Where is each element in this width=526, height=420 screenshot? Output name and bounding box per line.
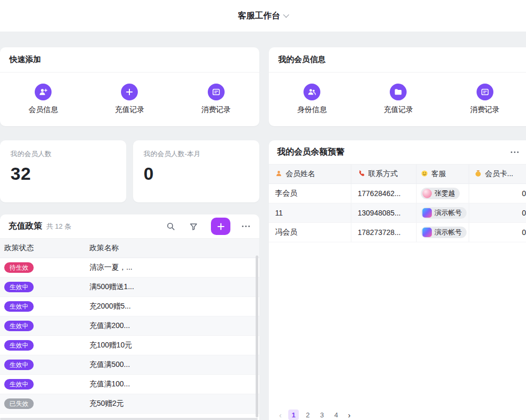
add-record-button[interactable]	[211, 218, 230, 235]
column-header-card-balance: 会员卡...	[469, 165, 526, 183]
agent-pill: 张雯越	[421, 188, 460, 199]
policy-row[interactable]: 待生效 清凉一夏，...	[0, 258, 259, 278]
policy-name: 充100赠10元	[85, 341, 259, 350]
receipt-icon	[208, 84, 225, 100]
pagination: ‹ 1 2 3 4 ›	[276, 409, 353, 420]
consume-record-button[interactable]: 消费记录	[442, 84, 526, 115]
policy-name: 充2000赠5...	[85, 302, 259, 311]
status-badge: 生效中	[4, 340, 34, 351]
more-button[interactable]	[241, 223, 251, 229]
vertical-scrollbar[interactable]	[256, 255, 258, 417]
filter-icon[interactable]	[188, 221, 199, 232]
column-header-contact: 联系方式	[351, 165, 417, 183]
my-member-info-actions: 身份信息 充值记录 消费记录	[269, 73, 526, 125]
recharge-policy-title: 充值政策	[8, 221, 42, 232]
quick-add-member-info-label: 会员信息	[28, 105, 58, 115]
policy-row[interactable]: 生效中 充值满500...	[0, 355, 259, 375]
chevron-down-icon	[283, 12, 289, 17]
agent-pill: 演示帐号	[421, 207, 467, 219]
member-add-icon	[35, 84, 52, 100]
horizontal-scrollbar[interactable]	[0, 418, 258, 420]
member-name: 冯会员	[269, 223, 351, 242]
status-badge: 生效中	[4, 301, 34, 312]
consume-record-label: 消费记录	[470, 105, 500, 115]
balance-warning-title: 我的会员余额预警	[277, 147, 510, 158]
page-button-2[interactable]: 2	[302, 409, 313, 420]
policy-name: 满500赠送1...	[85, 282, 259, 292]
quick-add-consume-record[interactable]: 消费记录	[173, 84, 259, 115]
member-agent: 张雯越	[417, 184, 469, 203]
member-name: 11	[269, 203, 351, 222]
page-button-4[interactable]: 4	[331, 409, 341, 420]
stat-card-member-count: 我的会员人数 32	[0, 140, 126, 202]
avatar	[422, 208, 432, 218]
column-header-name: 政策名称	[85, 243, 259, 253]
plus-icon	[121, 84, 138, 100]
page-prev-button[interactable]: ‹	[276, 411, 285, 419]
page-next-button[interactable]: ›	[345, 411, 353, 419]
member-contact: 177628462...	[351, 184, 417, 203]
member-table-header: 会员姓名 联系方式 客服 会员卡...	[269, 165, 526, 184]
stat-label: 我的会员人数	[11, 149, 116, 159]
smiley-icon	[421, 170, 428, 179]
policy-table-header: 政策状态 政策名称	[0, 239, 259, 258]
member-name: 李会员	[269, 184, 351, 203]
page-title: 客服工作台	[238, 11, 280, 22]
page-button-1[interactable]: 1	[288, 409, 299, 420]
users-icon	[304, 84, 320, 100]
policy-row[interactable]: 生效中 充100赠10元	[0, 336, 259, 355]
agent-pill: 演示帐号	[421, 227, 467, 238]
column-header-member-name: 会员姓名	[269, 165, 351, 183]
quick-add-member-info[interactable]: 会员信息	[0, 84, 86, 115]
recharge-record-button[interactable]: 充值记录	[355, 84, 441, 115]
status-badge: 生效中	[4, 321, 34, 331]
member-agent: 演示帐号	[417, 203, 469, 222]
policy-row[interactable]: 生效中 满500赠送1...	[0, 278, 259, 297]
status-badge: 生效中	[4, 360, 34, 370]
member-row[interactable]: 11 130948085... 演示帐号 0	[269, 203, 526, 223]
policy-name: 充值满200...	[85, 321, 259, 331]
dashboard-switcher[interactable]: 客服工作台	[238, 11, 288, 22]
policy-name: 清凉一夏，...	[85, 263, 259, 272]
policy-row[interactable]: 已失效 充50赠2元	[0, 394, 259, 414]
status-badge: 生效中	[4, 379, 34, 390]
member-balance: 0	[469, 189, 526, 198]
status-badge: 已失效	[4, 398, 34, 409]
member-balance: 0	[469, 209, 526, 217]
quick-add-recharge-record[interactable]: 充值记录	[86, 84, 173, 115]
policy-row[interactable]: 生效中 充值满100...	[0, 375, 259, 394]
balance-warning-card: 我的会员余额预警 会员姓名 联系方式 客服 会员卡... 李会员 17	[269, 140, 526, 420]
policy-row[interactable]: 生效中 充值满200...	[0, 316, 259, 336]
avatar	[422, 189, 432, 198]
person-icon	[275, 170, 282, 179]
identity-info-button[interactable]: 身份信息	[269, 84, 355, 115]
search-icon[interactable]	[165, 221, 176, 232]
quick-add-actions: 会员信息 充值记录 消费记录	[0, 73, 259, 125]
quick-add-consume-record-label: 消费记录	[201, 105, 231, 115]
folder-icon	[390, 84, 407, 100]
member-row[interactable]: 李会员 177628462... 张雯越 0	[269, 184, 526, 203]
policy-name: 充值满500...	[85, 360, 259, 370]
status-badge: 待生效	[4, 262, 34, 273]
identity-info-label: 身份信息	[297, 105, 327, 115]
member-contact: 178273728...	[351, 223, 417, 242]
stat-label: 我的会员人数-本月	[144, 149, 249, 159]
member-row[interactable]: 冯会员 178273728... 演示帐号 0	[269, 223, 526, 242]
policy-row[interactable]: 生效中 充2000赠5...	[0, 297, 259, 316]
stat-value: 32	[11, 163, 116, 184]
my-member-info-header: 我的会员信息	[269, 47, 526, 73]
more-button[interactable]	[510, 149, 520, 155]
moneybag-icon	[474, 170, 482, 179]
avatar	[422, 228, 432, 237]
recharge-record-label: 充值记录	[383, 105, 413, 115]
quick-add-card: 快速添加 会员信息 充值记录 消费记录	[0, 47, 259, 126]
receipt-icon	[477, 84, 493, 100]
balance-warning-header: 我的会员余额预警	[269, 140, 526, 165]
stat-card-member-count-month: 我的会员人数-本月 0	[133, 140, 259, 202]
phone-icon	[358, 170, 365, 179]
top-bar: 客服工作台	[0, 0, 526, 32]
my-member-info-title: 我的会员信息	[278, 55, 326, 65]
quick-add-header: 快速添加	[0, 47, 259, 73]
page-button-3[interactable]: 3	[317, 409, 327, 420]
my-member-info-card: 我的会员信息 身份信息 充值记录 消费记录	[269, 47, 526, 126]
